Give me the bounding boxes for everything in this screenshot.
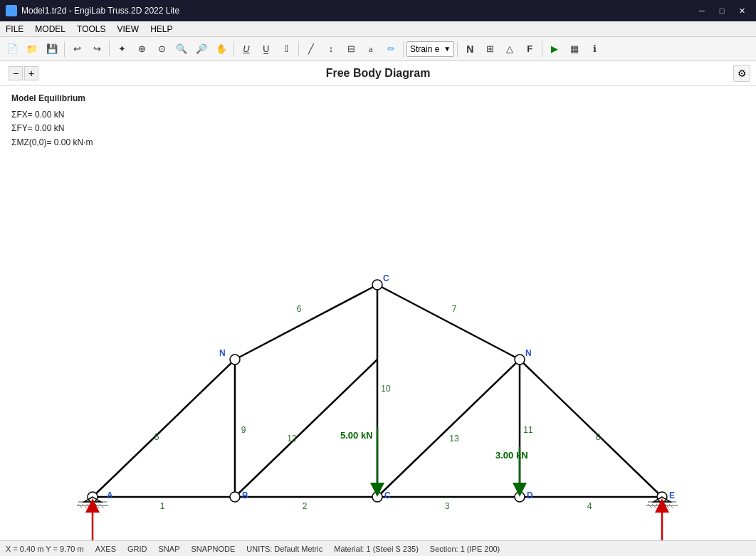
svg-line-12	[235, 360, 377, 497]
zoom-plus-button[interactable]: +	[24, 66, 38, 80]
sep3	[233, 41, 234, 57]
pan-button[interactable]: ✋	[212, 40, 231, 58]
play-button[interactable]: ▶	[545, 40, 564, 58]
zoom-controls: − +	[9, 66, 38, 80]
units-label: UNITS: Default Metric	[246, 545, 322, 553]
section-label: Section: 1 (IPE 200)	[430, 545, 500, 553]
menubar: FILE MODEL TOOLS VIEW HELP	[0, 21, 756, 37]
close-button[interactable]: ✕	[733, 4, 750, 18]
strain-label: Strain e	[410, 44, 439, 54]
label-N2: N	[525, 348, 532, 358]
settings-button[interactable]: ⚙	[733, 65, 750, 82]
zoom-fit-button[interactable]: ⊙	[152, 40, 171, 58]
svg-line-10	[520, 360, 662, 497]
table-button[interactable]: ▦	[565, 40, 584, 58]
member-label-9: 9	[241, 425, 246, 435]
maximize-button[interactable]: □	[713, 4, 730, 18]
svg-line-8	[235, 285, 377, 360]
svg-line-7	[93, 360, 235, 497]
sep6	[457, 41, 458, 57]
window-title: Model1.tr2d - EngiLab Truss.2D 2022 Lite	[21, 6, 693, 16]
label-E: E	[669, 491, 675, 500]
load-D-label: 3.00 kN	[495, 450, 528, 461]
label-B: B	[242, 491, 248, 500]
titlebar: Model1.tr2d - EngiLab Truss.2D 2022 Lite…	[0, 0, 756, 21]
hatch-E-3	[656, 504, 661, 508]
save-button[interactable]: 💾	[43, 40, 61, 58]
member-label-5: 5	[154, 432, 159, 442]
strain-dropdown[interactable]: Strain e ▼	[406, 41, 454, 57]
material-label: Material: 1 (Steel S 235)	[334, 545, 419, 553]
hatch-A-2	[83, 504, 87, 508]
diagram-header: − + Free Body Diagram ⚙	[0, 61, 756, 86]
menu-tools[interactable]: TOOLS	[71, 21, 111, 36]
open-button[interactable]: 📁	[23, 40, 41, 58]
node-N	[230, 355, 240, 364]
ul2-button[interactable]: U̲	[257, 40, 275, 58]
svg-line-13	[377, 360, 520, 497]
new-button[interactable]: 📄	[3, 40, 21, 58]
member-label-2: 2	[303, 501, 308, 511]
underline-button[interactable]: U	[237, 40, 256, 58]
pencil-button[interactable]: ✏	[382, 40, 400, 58]
sep2	[109, 41, 110, 57]
node-C-top	[372, 280, 382, 290]
label-A: A	[107, 491, 113, 500]
node-D	[515, 492, 525, 502]
hatch-A-3	[87, 504, 91, 508]
grid-label: GRID	[127, 545, 147, 553]
member-label-8: 8	[596, 432, 601, 442]
line-button[interactable]: ╱	[302, 40, 320, 58]
zoom-in-button[interactable]: 🔍	[172, 40, 191, 58]
member-label-7: 7	[452, 304, 457, 314]
flag-button[interactable]: F	[520, 40, 539, 58]
hatch-E-5	[665, 504, 669, 508]
cursor-button[interactable]: 𝕀	[277, 40, 295, 58]
n-button[interactable]: N	[461, 40, 479, 58]
hatch-A-6	[100, 504, 104, 508]
sep5	[403, 41, 404, 57]
member-label-3: 3	[445, 501, 450, 511]
redo-button[interactable]: ↪	[88, 40, 106, 58]
sep7	[542, 41, 542, 57]
triangle-button[interactable]: △	[500, 40, 519, 58]
load-C-label: 5.00 kN	[340, 430, 373, 441]
member-label-1: 1	[160, 501, 165, 511]
sep1	[64, 41, 65, 57]
select-button[interactable]: ✦	[112, 40, 131, 58]
hatch-E-1	[648, 504, 652, 508]
hatch-E-6	[669, 504, 673, 508]
info-button[interactable]: ℹ	[585, 40, 604, 58]
svg-line-9	[377, 285, 520, 360]
zoom-out-button[interactable]: 🔎	[192, 40, 211, 58]
menu-view[interactable]: VIEW	[112, 21, 145, 36]
member-label-6: 6	[297, 304, 302, 314]
zoom-minus-button[interactable]: −	[9, 66, 23, 80]
undo-button[interactable]: ↩	[68, 40, 86, 58]
snapnode-label: SNAPNODE	[191, 545, 236, 553]
canvas-area[interactable]: Model Equilibrium ΣFX= 0.00 kN ΣFY= 0.00…	[0, 86, 756, 540]
grid-button[interactable]: ⊞	[481, 40, 499, 58]
hatch-A-5	[95, 504, 100, 508]
dropdown-arrow-icon: ▼	[443, 45, 451, 53]
hatch-A-1	[78, 504, 83, 508]
arrow-button[interactable]: ↕	[322, 40, 340, 58]
toolbar: 📄 📁 💾 ↩ ↪ ✦ ⊕ ⊙ 🔍 🔎 ✋ U U̲ 𝕀 ╱ ↕ ⊟ a ✏ S…	[0, 37, 756, 61]
member-label-13: 13	[449, 434, 459, 444]
menu-model[interactable]: MODEL	[29, 21, 71, 36]
hatch-E-2	[652, 504, 656, 508]
member-label-12: 12	[287, 434, 297, 444]
node-N2	[515, 355, 525, 364]
node-C-bottom	[372, 492, 382, 502]
axes-label: AXES	[95, 545, 116, 553]
menu-help[interactable]: HELP	[145, 21, 178, 36]
column-button[interactable]: ⊟	[342, 40, 360, 58]
node-button[interactable]: ⊕	[132, 40, 151, 58]
minimize-button[interactable]: ─	[693, 4, 710, 18]
label-N: N	[219, 348, 226, 358]
member-label-4: 4	[587, 501, 592, 511]
member-label-10: 10	[381, 384, 391, 394]
menu-file[interactable]: FILE	[0, 21, 29, 36]
app-icon	[6, 5, 17, 16]
text-button[interactable]: a	[362, 40, 380, 58]
